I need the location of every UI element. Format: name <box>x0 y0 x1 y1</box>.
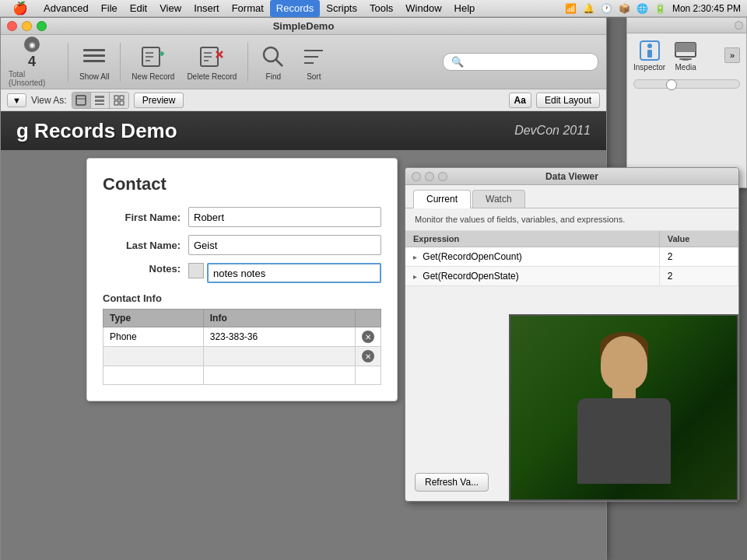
table-row: ✕ <box>103 347 381 366</box>
sort-label: Sort <box>307 72 321 81</box>
media-label: Media <box>675 63 696 72</box>
last-name-input[interactable] <box>188 235 381 255</box>
svg-rect-24 <box>95 103 104 105</box>
toolbar-divider-2 <box>120 43 121 82</box>
dv-maximize-button[interactable] <box>438 172 447 181</box>
value-cell-1: 2 <box>659 247 738 267</box>
delete-row-2-button[interactable]: ✕ <box>362 350 374 362</box>
dv-window-controls <box>412 172 447 181</box>
menubar-format[interactable]: Format <box>226 0 270 17</box>
new-record-label: New Record <box>132 72 174 81</box>
content-subtitle: DevCon 2011 <box>514 124 591 138</box>
delete-row-1-button[interactable]: ✕ <box>362 331 374 343</box>
contact-info-title: Contact Info <box>103 292 381 304</box>
menubar-file[interactable]: File <box>95 0 124 17</box>
svg-point-30 <box>647 44 652 48</box>
minimize-button[interactable] <box>22 21 32 31</box>
aa-button[interactable]: Aa <box>509 93 531 108</box>
svg-rect-35 <box>679 58 692 60</box>
menubar-tools[interactable]: Tools <box>363 0 399 17</box>
close-button[interactable] <box>7 21 17 31</box>
slider-thumb[interactable] <box>666 79 677 90</box>
svg-rect-25 <box>114 96 118 100</box>
show-all-icon <box>80 43 108 71</box>
menubar-window[interactable]: Window <box>399 0 447 17</box>
expand-arrow-1[interactable]: ▸ <box>413 253 417 261</box>
toolbar: ◉ 4 Total (Unsorted) Show All <box>1 35 606 89</box>
viewbar: ▼ View As: <box>1 89 606 111</box>
record-circle: ◉ <box>24 37 40 52</box>
preview-button[interactable]: Preview <box>134 93 184 108</box>
first-name-label: First Name: <box>103 212 188 223</box>
phone-type-cell: Phone <box>103 327 204 347</box>
menubar-insert[interactable]: Insert <box>188 0 226 17</box>
menubar-help[interactable]: Help <box>448 0 482 17</box>
inspector-close[interactable] <box>735 21 743 30</box>
inspector-expand-button[interactable]: » <box>724 47 740 63</box>
svg-line-16 <box>275 59 282 66</box>
table-view-button[interactable] <box>110 93 128 108</box>
dv-minimize-button[interactable] <box>425 172 434 181</box>
menubar-scripts[interactable]: Scripts <box>320 0 363 17</box>
first-name-input[interactable] <box>188 207 381 227</box>
layout-dropdown[interactable]: ▼ <box>7 93 26 107</box>
inspector-icon <box>637 38 662 63</box>
delete-record-icon <box>198 43 226 71</box>
svg-rect-23 <box>95 100 104 102</box>
type-column-header: Type <box>103 310 204 327</box>
new-record-icon <box>139 43 167 71</box>
empty-info-cell-2 <box>203 366 355 385</box>
edit-layout-button[interactable]: Edit Layout <box>536 93 600 108</box>
sort-button[interactable]: Sort <box>295 40 332 84</box>
toolbar-divider-3 <box>247 43 248 82</box>
search-box[interactable]: 🔍 <box>443 53 598 71</box>
data-viewer-title: Data Viewer <box>545 171 598 182</box>
clock: Mon 2:30:45 PM <box>672 3 741 14</box>
svg-rect-31 <box>647 50 652 58</box>
delete-record-button[interactable]: Delete Record <box>182 40 241 84</box>
notes-input[interactable] <box>207 263 381 283</box>
form-view-button[interactable] <box>72 93 91 108</box>
show-all-button[interactable]: Show All <box>75 40 114 84</box>
delete-cell-3 <box>356 366 381 385</box>
new-record-button[interactable]: New Record <box>127 40 179 84</box>
list-view-button[interactable] <box>91 93 110 108</box>
menubar-view[interactable]: View <box>153 0 188 17</box>
value-cell-2: 2 <box>659 267 738 286</box>
expand-arrow-2[interactable]: ▸ <box>413 272 417 281</box>
dv-close-button[interactable] <box>412 172 421 181</box>
inspector-button[interactable]: Inspector <box>633 38 665 72</box>
media-button[interactable]: Media <box>673 38 698 72</box>
menubar-right: 📶🔔🕐📦🌐🔋 Mon 2:30:45 PM <box>565 3 741 14</box>
svg-rect-20 <box>76 96 86 105</box>
menubar-records[interactable]: Records <box>270 0 320 17</box>
find-icon <box>259 43 287 71</box>
table-row <box>103 366 381 385</box>
expression-value-1: Get(RecordOpenCount) <box>423 251 521 262</box>
svg-rect-2 <box>83 60 105 62</box>
info-column-header: Info <box>203 310 355 327</box>
content-title: g Records Demo <box>16 119 177 143</box>
window-titlebar: SimpleDemo <box>1 18 606 35</box>
view-toggle <box>72 92 129 109</box>
refresh-button[interactable]: Refresh Va... <box>415 473 489 492</box>
maximize-button[interactable] <box>37 21 47 31</box>
delete-cell-1: ✕ <box>356 327 381 347</box>
slider-track <box>633 79 740 89</box>
tab-watch[interactable]: Watch <box>472 190 525 208</box>
inspector-slider-container <box>627 76 746 92</box>
svg-rect-22 <box>95 96 104 98</box>
find-button[interactable]: Find <box>254 40 292 84</box>
tab-current[interactable]: Current <box>413 190 471 208</box>
table-row: ▸ Get(RecordOpenState) 2 <box>405 267 738 286</box>
apple-menu[interactable]: 🍎 <box>6 0 34 17</box>
find-label: Find <box>266 72 281 81</box>
menubar-advanced[interactable]: Advanced <box>37 0 95 17</box>
empty-info-cell-1 <box>203 347 355 366</box>
action-column-header <box>356 310 381 327</box>
person-body <box>577 398 671 484</box>
contact-info-table: Type Info Phone 323-383-36 ✕ <box>103 309 381 385</box>
menubar-edit[interactable]: Edit <box>124 0 153 17</box>
svg-rect-33 <box>675 43 696 52</box>
last-name-row: Last Name: <box>103 235 381 255</box>
